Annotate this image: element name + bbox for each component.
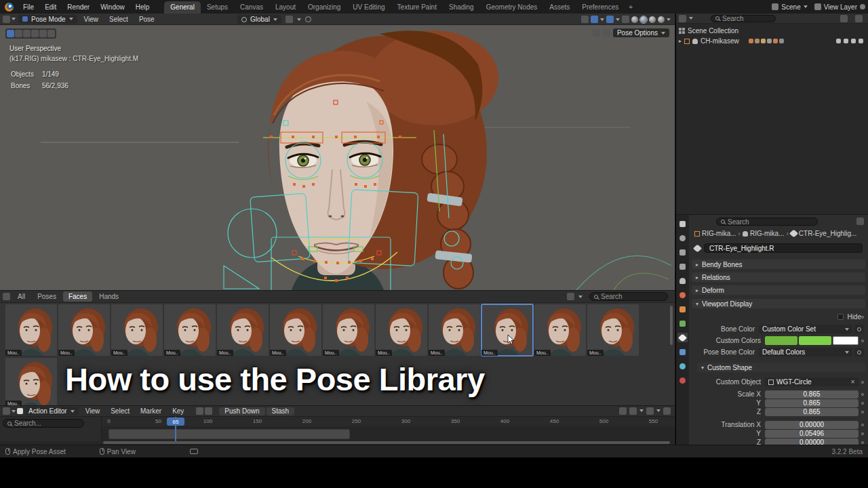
menu-item[interactable]: Edit [39, 2, 62, 12]
stash-button[interactable]: Stash [267, 407, 295, 415]
viewport-menu-item[interactable]: View [79, 14, 104, 24]
timeline-ruler[interactable]: 050100150200250300350400450500550 65 [102, 417, 675, 426]
panel-header[interactable]: ▸ Deform [692, 285, 865, 295]
snap-magnet-icon[interactable] [285, 16, 293, 23]
tool-select-icon[interactable] [7, 30, 14, 37]
scene-selector[interactable]: Scene [772, 3, 807, 11]
data-icon[interactable] [767, 39, 772, 43]
add-workspace-button[interactable]: + [625, 2, 637, 12]
properties-search-input[interactable]: Search [716, 218, 818, 226]
filter-chevron-icon[interactable] [639, 409, 644, 412]
workspace-tab[interactable]: Organizing [302, 1, 347, 14]
shading-wireframe-icon[interactable] [631, 16, 638, 23]
expand-arrow-icon[interactable]: ▸ [679, 38, 682, 44]
tab-view-layer[interactable] [677, 262, 688, 271]
snap-chevron-icon[interactable] [656, 409, 660, 412]
workspace-tab[interactable]: Layout [269, 1, 302, 14]
animate-decorator[interactable] [861, 424, 864, 426]
pose-thumbnail[interactable]: Mou.. [217, 304, 269, 356]
editor-type-icon[interactable] [3, 16, 10, 23]
menu-item[interactable]: File [18, 2, 39, 12]
value-slider[interactable]: 0.05496 [765, 430, 859, 438]
workspace-tab[interactable]: Texture Paint [391, 1, 443, 14]
display-mode-chevron-icon[interactable] [578, 296, 583, 298]
layer-prev-icon[interactable] [196, 407, 203, 415]
menu-item[interactable]: Window [95, 2, 130, 12]
viewport-menu-item[interactable]: Select [104, 14, 134, 24]
pose-thumbnail[interactable]: Mou.. [111, 304, 163, 356]
display-mode-chevron-icon[interactable] [689, 17, 693, 20]
shading-solid-icon[interactable] [640, 16, 647, 23]
data-icon[interactable] [773, 39, 778, 43]
animate-decorator[interactable] [861, 411, 864, 413]
bone-color-dropdown[interactable]: Custom Color Set [759, 325, 852, 333]
value-slider[interactable]: 0.00000 [765, 421, 859, 429]
blender-logo-icon[interactable] [5, 3, 14, 12]
animate-decorator[interactable] [861, 340, 864, 342]
data-icon[interactable] [779, 39, 784, 43]
tab-scene[interactable] [677, 276, 688, 285]
properties-options-icon[interactable] [856, 218, 864, 225]
editor-type-chevron-icon[interactable] [12, 18, 16, 20]
holdout-icon[interactable] [859, 39, 863, 43]
animate-decorator[interactable] [861, 381, 864, 384]
channel-search-input[interactable]: Search... [3, 419, 84, 428]
gizmo-toggle-icon[interactable] [591, 16, 598, 23]
tool-cursor-icon[interactable] [15, 30, 22, 37]
filter-icon[interactable] [629, 407, 637, 415]
timeline-scrollbar[interactable] [103, 441, 670, 444]
breadcrumb-bone[interactable]: CTR-Eye_Highlig... [799, 230, 857, 237]
data-icon[interactable] [761, 39, 766, 43]
custom-object-field[interactable]: WGT-Circle ✕ [765, 378, 859, 386]
breadcrumb-object[interactable]: RIG-mika... [702, 230, 736, 237]
layer-next-icon[interactable] [205, 407, 212, 415]
pose-thumbnail[interactable]: Mou.. [58, 304, 110, 356]
tab-world[interactable] [677, 290, 688, 300]
tool-rotate-icon[interactable] [31, 30, 39, 37]
data-icon[interactable] [755, 39, 760, 43]
tab-material[interactable] [677, 375, 688, 385]
panel-header[interactable]: ▸ Bendy Bones [692, 260, 865, 269]
value-slider[interactable]: 0.865 [765, 390, 859, 399]
proportional-edit-icon[interactable] [305, 16, 311, 22]
asset-search-input[interactable]: Search [589, 292, 668, 301]
workspace-tab[interactable]: Geometry Nodes [480, 1, 544, 14]
mode-dropdown[interactable]: Pose Mode [18, 15, 77, 24]
tab-render[interactable] [677, 233, 688, 243]
tab-object-data[interactable] [677, 319, 688, 328]
dope-sheet-menu-item[interactable]: View [80, 406, 106, 416]
tab-output[interactable] [677, 247, 688, 257]
tab-bone[interactable] [677, 333, 688, 342]
bone-name-input[interactable]: CTR-Eye_Highlight.R [704, 243, 863, 253]
tool-transform-icon[interactable] [47, 30, 55, 37]
value-slider[interactable]: 0.865 [765, 408, 859, 416]
asset-catalog-tab[interactable]: Hands [94, 291, 124, 302]
workspace-tab[interactable]: Assets [543, 1, 576, 14]
animate-decorator[interactable] [861, 441, 864, 444]
menu-item[interactable]: Help [130, 2, 155, 12]
pose-thumbnail[interactable]: Mou.. [376, 304, 427, 356]
display-mode-icon[interactable] [567, 293, 574, 300]
hide-viewport-icon[interactable] [844, 39, 848, 43]
value-slider[interactable]: 0.00000 [765, 439, 859, 445]
snap-chevron-icon[interactable] [297, 18, 301, 21]
pose-thumbnail[interactable]: Mou.. [481, 304, 533, 356]
animate-decorator[interactable] [861, 402, 864, 405]
new-collection-icon[interactable] [855, 15, 863, 22]
asset-catalog-tab[interactable]: Poses [32, 291, 62, 302]
editor-mode-dropdown[interactable]: Action Editor [24, 407, 79, 415]
breadcrumb-armature[interactable]: RIG-mika... [750, 230, 785, 237]
workspace-tab[interactable]: Canvas [234, 1, 269, 14]
overlays-chevron-icon[interactable] [616, 18, 620, 21]
shading-material-icon[interactable] [649, 16, 656, 23]
pose-thumbnail[interactable]: Mou.. [534, 304, 586, 356]
viewport-option-icon[interactable] [593, 29, 600, 37]
asset-catalog-tab[interactable]: All [12, 291, 31, 302]
overlays-toggle-icon[interactable] [606, 16, 614, 23]
shading-rendered-icon[interactable] [658, 16, 665, 23]
viewport-display-panel-header[interactable]: ▾ Viewport Display [692, 299, 865, 308]
snap-icon[interactable] [646, 407, 654, 415]
color-swatch-select[interactable] [799, 336, 831, 345]
annotate-icon[interactable] [581, 16, 589, 23]
outliner-search-input[interactable]: Search [711, 15, 776, 22]
